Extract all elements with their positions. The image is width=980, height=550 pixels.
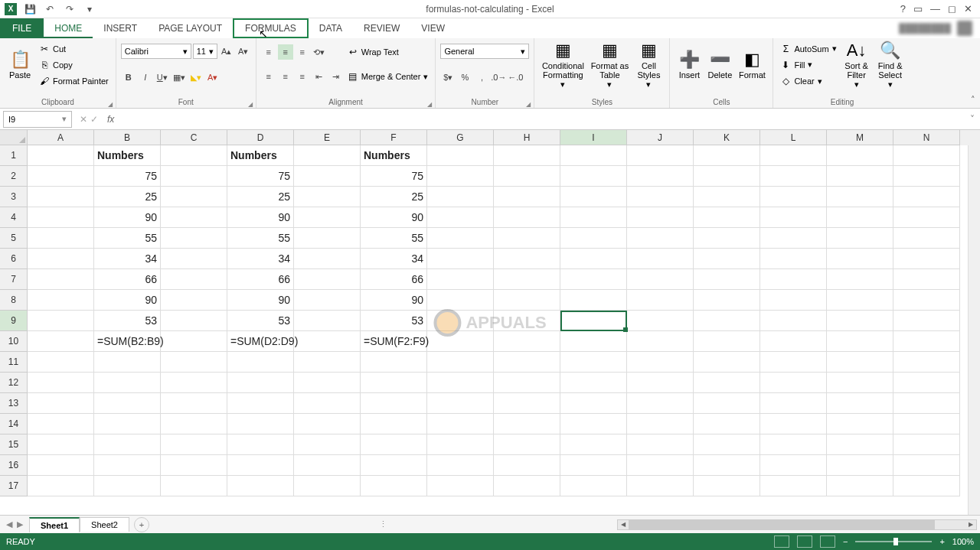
vertical-scrollbar[interactable] xyxy=(968,145,980,515)
cell-C2[interactable] xyxy=(161,166,227,187)
cell-M3[interactable] xyxy=(827,187,893,207)
cell-M6[interactable] xyxy=(827,249,893,269)
cell-K2[interactable] xyxy=(694,166,760,187)
row-header-9[interactable]: 9 xyxy=(0,311,28,331)
cell-L6[interactable] xyxy=(760,249,827,269)
cell-B7[interactable]: 66 xyxy=(94,269,161,290)
paste-button[interactable]: 📋 Paste xyxy=(5,40,35,90)
cell-D13[interactable] xyxy=(227,393,294,414)
zoom-out-button[interactable]: − xyxy=(843,537,848,546)
cell-D7[interactable]: 66 xyxy=(227,269,294,290)
cell-G2[interactable] xyxy=(427,166,494,187)
cell-F7[interactable]: 66 xyxy=(361,269,427,290)
cell-F1[interactable]: Numbers xyxy=(361,145,427,166)
cell-A16[interactable] xyxy=(28,455,94,476)
cell-I7[interactable] xyxy=(560,269,627,290)
cell-I13[interactable] xyxy=(560,393,627,414)
row-header-8[interactable]: 8 xyxy=(0,290,28,311)
cell-J15[interactable] xyxy=(627,434,694,455)
cell-E3[interactable] xyxy=(294,187,361,207)
cell-L12[interactable] xyxy=(760,373,827,393)
cell-K7[interactable] xyxy=(694,269,760,290)
cell-F8[interactable]: 90 xyxy=(361,290,427,311)
cell-C8[interactable] xyxy=(161,290,227,311)
fill-color-button[interactable]: ◣▾ xyxy=(188,70,204,85)
cell-G3[interactable] xyxy=(427,187,494,207)
cell-G5[interactable] xyxy=(427,228,494,249)
launcher-icon[interactable]: ◢ xyxy=(526,101,531,108)
cell-E17[interactable] xyxy=(294,476,361,496)
cell-I9[interactable] xyxy=(560,311,627,331)
increase-font-button[interactable]: A▴ xyxy=(219,44,234,59)
cell-H15[interactable] xyxy=(494,434,560,455)
cell-N12[interactable] xyxy=(893,373,960,393)
cell-A3[interactable] xyxy=(28,187,94,207)
cell-N17[interactable] xyxy=(893,476,960,496)
cell-L16[interactable] xyxy=(760,455,827,476)
find-select-button[interactable]: 🔍Find & Select▾ xyxy=(874,40,906,90)
cancel-formula-button[interactable]: ✕ xyxy=(80,114,87,125)
cell-L1[interactable] xyxy=(760,145,827,166)
cell-A13[interactable] xyxy=(28,393,94,414)
cell-I5[interactable] xyxy=(560,228,627,249)
cell-A11[interactable] xyxy=(28,352,94,373)
cell-F12[interactable] xyxy=(361,373,427,393)
cell-L3[interactable] xyxy=(760,187,827,207)
cell-N11[interactable] xyxy=(893,352,960,373)
font-name-select[interactable]: Calibri▾ xyxy=(121,44,191,59)
cell-A6[interactable] xyxy=(28,249,94,269)
cell-L14[interactable] xyxy=(760,414,827,434)
cell-H17[interactable] xyxy=(494,476,560,496)
expand-formula-bar-button[interactable]: ˅ xyxy=(965,114,980,125)
cell-D3[interactable]: 25 xyxy=(227,187,294,207)
cell-J14[interactable] xyxy=(627,414,694,434)
cell-J7[interactable] xyxy=(627,269,694,290)
cell-M2[interactable] xyxy=(827,166,893,187)
cell-E4[interactable] xyxy=(294,207,361,228)
align-right-button[interactable]: ≡ xyxy=(295,69,310,84)
cell-F5[interactable]: 55 xyxy=(361,228,427,249)
column-header-E[interactable]: E xyxy=(294,130,361,145)
cell-G1[interactable] xyxy=(427,145,494,166)
cell-G16[interactable] xyxy=(427,455,494,476)
cell-C4[interactable] xyxy=(161,207,227,228)
cell-F16[interactable] xyxy=(361,455,427,476)
cell-N10[interactable] xyxy=(893,331,960,352)
cell-D9[interactable]: 53 xyxy=(227,311,294,331)
cell-D2[interactable]: 75 xyxy=(227,166,294,187)
cell-E12[interactable] xyxy=(294,373,361,393)
row-header-15[interactable]: 15 xyxy=(0,434,28,455)
cell-B17[interactable] xyxy=(94,476,161,496)
cell-I17[interactable] xyxy=(560,476,627,496)
cell-G12[interactable] xyxy=(427,373,494,393)
redo-button[interactable]: ↷ xyxy=(63,2,77,16)
cell-J13[interactable] xyxy=(627,393,694,414)
qat-customize[interactable]: ▾ xyxy=(83,2,96,16)
percent-button[interactable]: % xyxy=(457,70,472,85)
cell-E6[interactable] xyxy=(294,249,361,269)
cell-I12[interactable] xyxy=(560,373,627,393)
row-header-2[interactable]: 2 xyxy=(0,166,28,187)
cell-F4[interactable]: 90 xyxy=(361,207,427,228)
cell-G13[interactable] xyxy=(427,393,494,414)
cell-F6[interactable]: 34 xyxy=(361,249,427,269)
orientation-button[interactable]: ⟲▾ xyxy=(312,44,327,60)
cell-H16[interactable] xyxy=(494,455,560,476)
view-normal-button[interactable] xyxy=(774,535,789,548)
cell-J8[interactable] xyxy=(627,290,694,311)
tab-formulas[interactable]: FORMULAS xyxy=(233,18,309,38)
cell-M5[interactable] xyxy=(827,228,893,249)
cell-J16[interactable] xyxy=(627,455,694,476)
tab-file[interactable]: FILE xyxy=(0,18,44,38)
column-header-L[interactable]: L xyxy=(760,130,827,145)
undo-button[interactable]: ↶ xyxy=(43,2,57,16)
cell-L17[interactable] xyxy=(760,476,827,496)
cell-I6[interactable] xyxy=(560,249,627,269)
row-header-1[interactable]: 1 xyxy=(0,145,28,166)
row-header-11[interactable]: 11 xyxy=(0,352,28,373)
cell-C14[interactable] xyxy=(161,414,227,434)
tab-data[interactable]: DATA xyxy=(309,18,353,38)
cell-J9[interactable] xyxy=(627,311,694,331)
row-header-12[interactable]: 12 xyxy=(0,373,28,393)
cell-I16[interactable] xyxy=(560,455,627,476)
